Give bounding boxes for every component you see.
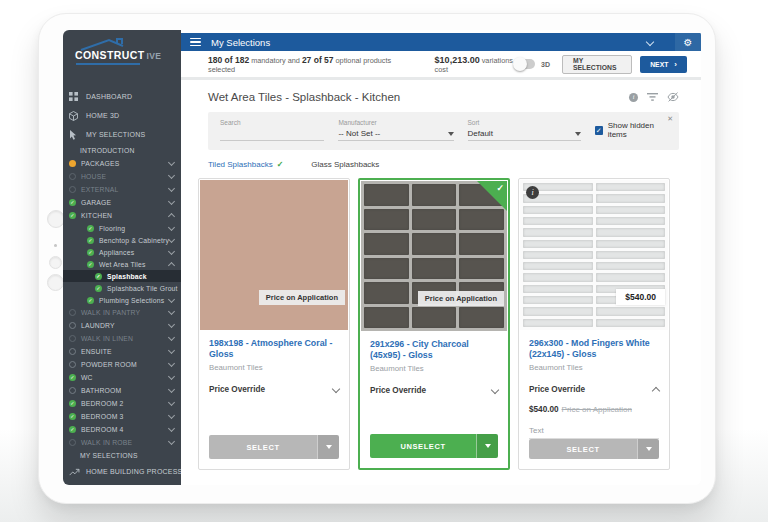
sidebar-item-appliances[interactable]: ✓Appliances: [63, 246, 181, 258]
sidebar-item-garage[interactable]: ✓GARAGE: [63, 196, 181, 209]
sidebar-item-wc[interactable]: ✓WC: [63, 371, 181, 384]
manufacturer-select[interactable]: -- Not Set --: [338, 129, 453, 141]
search-input[interactable]: [220, 129, 324, 141]
chevron-down-icon: [168, 386, 175, 393]
chevron-down-icon: [168, 223, 175, 230]
sidebar-item-bedroom-4[interactable]: ✓BEDROOM 4: [63, 423, 181, 436]
hide-eye-icon[interactable]: [667, 92, 679, 102]
product-image[interactable]: Price on Application: [200, 180, 348, 330]
button-dropdown-caret[interactable]: [317, 435, 339, 459]
show-hidden-checkbox[interactable]: ✓ Show hidden items: [595, 121, 667, 141]
chevron-down-icon: [332, 384, 340, 392]
select-button[interactable]: SELECT: [209, 435, 339, 459]
sidebar-item-external[interactable]: EXTERNAL: [63, 183, 181, 196]
tab-glass-splashbacks[interactable]: Glass Splashbacks: [311, 160, 379, 169]
unselect-button[interactable]: UNSELECT: [370, 434, 498, 458]
sidebar-item-walk-in-linen[interactable]: WALK IN LINEN: [63, 332, 181, 345]
chevron-down-icon[interactable]: [646, 38, 654, 46]
sidebar-item-ensuite[interactable]: ENSUITE: [63, 345, 181, 358]
status-complete-icon: ✓: [69, 400, 76, 407]
status-complete-icon: ✓: [69, 426, 76, 433]
status-complete-icon: ✓: [87, 297, 94, 304]
close-icon[interactable]: ✕: [667, 115, 673, 123]
chevron-down-icon: [168, 247, 175, 254]
sidebar-item-bathroom[interactable]: BATHROOM: [63, 384, 181, 397]
sidebar-item-label: MY SELECTIONS: [80, 452, 138, 459]
sidebar-item-powder-room[interactable]: POWDER ROOM: [63, 358, 181, 371]
sidebar-item-label: Splashback Tile Grout: [107, 285, 178, 292]
selection-counts: 180 of 182 mandatory and 27 of 57 option…: [208, 55, 393, 74]
sidebar-item-label: Splashback: [107, 273, 147, 280]
status-incomplete-icon: [69, 348, 76, 355]
sidebar-item-walk-in-pantry[interactable]: WALK IN PANTRY: [63, 306, 181, 319]
toggle-pill[interactable]: [516, 59, 535, 69]
sidebar-item-bedroom-2[interactable]: ✓BEDROOM 2: [63, 397, 181, 410]
content-panel: Wet Area Tiles - Splashback - Kitchen i …: [181, 80, 701, 485]
filter-icon[interactable]: [647, 93, 658, 101]
next-button[interactable]: NEXT›: [640, 56, 687, 73]
product-title[interactable]: 198x198 - Atmosphere Coral - Gloss: [209, 338, 339, 361]
status-incomplete-icon: [69, 361, 76, 368]
status-complete-icon: ✓: [69, 413, 76, 420]
status-incomplete-icon: [69, 309, 76, 316]
app-bar-title: My Selections: [211, 37, 270, 48]
3d-toggle[interactable]: 3D: [516, 59, 550, 69]
my-selections-button[interactable]: MY SELECTIONS: [562, 55, 632, 74]
sort-select[interactable]: Default: [468, 129, 581, 141]
status-complete-icon: ✓: [87, 261, 94, 268]
product-title[interactable]: 296x300 - Mod Fingers White (22x145) - G…: [529, 338, 659, 361]
sidebar-item-label: LAUNDRY: [81, 322, 115, 329]
sort-label: Sort: [468, 119, 581, 126]
sidebar-item-splashback[interactable]: ✓Splashback: [63, 270, 181, 282]
product-title[interactable]: 291x296 - City Charcoal (45x95) - Gloss: [370, 339, 498, 362]
sidebar-item-home-building-process[interactable]: HOME BUILDING PROCESS: [63, 462, 181, 481]
sidebar-item-my-selections[interactable]: MY SELECTIONS: [63, 125, 181, 144]
tab-tiled-splashbacks[interactable]: Tiled Splashbacks✓: [208, 160, 283, 169]
dropdown-caret-icon: [448, 132, 454, 136]
status-complete-icon: ✓: [87, 237, 94, 244]
sidebar-item-laundry[interactable]: LAUNDRY: [63, 319, 181, 332]
settings-gear-icon[interactable]: ⚙: [675, 33, 701, 51]
sidebar-item-kitchen[interactable]: ✓KITCHEN: [63, 209, 181, 222]
price-override-toggle[interactable]: Price Override: [529, 385, 659, 394]
sidebar-item-walk-in-robe[interactable]: WALK IN ROBE: [63, 436, 181, 449]
info-icon[interactable]: i: [629, 93, 638, 102]
sidebar-item-label: BEDROOM 4: [81, 426, 124, 433]
checkbox-checked-icon[interactable]: ✓: [595, 126, 603, 135]
toggle-label: 3D: [541, 61, 550, 68]
sidebar-item-splashback-tile-grout[interactable]: ✓Splashback Tile Grout: [63, 282, 181, 294]
info-icon[interactable]: i: [526, 186, 539, 199]
sidebar-item-house[interactable]: HOUSE: [63, 170, 181, 183]
price-override-value: $540.00Price on Application: [529, 405, 659, 414]
product-image[interactable]: i $540.00: [520, 180, 668, 330]
price-override-toggle[interactable]: Price Override: [209, 385, 339, 394]
status-incomplete-icon: [69, 335, 76, 342]
sidebar-item-my-selections[interactable]: MY SELECTIONS: [63, 449, 181, 462]
sidebar-item-label: BATHROOM: [81, 387, 121, 394]
chevron-down-icon: [168, 185, 175, 192]
app-logo[interactable]: CONSTRUCTIVE: [63, 30, 181, 82]
sidebar-item-packages[interactable]: PACKAGES: [63, 157, 181, 170]
button-dropdown-caret[interactable]: [476, 434, 498, 458]
sidebar-item-bedroom-3[interactable]: ✓BEDROOM 3: [63, 410, 181, 423]
select-button[interactable]: SELECT: [529, 439, 659, 459]
sidebar-item-introduction[interactable]: INTRODUCTION: [63, 144, 181, 157]
button-dropdown-caret[interactable]: [637, 439, 659, 459]
sidebar-item-benchtop-cabinetry[interactable]: ✓Benchtop & Cabinetry: [63, 234, 181, 246]
sidebar-item-plumbing-selections[interactable]: ✓Plumbing Selections: [63, 294, 181, 306]
menu-icon[interactable]: [190, 36, 201, 49]
price-override-toggle[interactable]: Price Override: [370, 386, 498, 395]
sidebar-item-flooring[interactable]: ✓Flooring: [63, 222, 181, 234]
price-badge: $540.00: [616, 289, 665, 305]
sidebar-item-home-3d[interactable]: HOME 3D: [63, 106, 181, 125]
logo-text: CONSTRUCTIVE: [75, 49, 181, 61]
chevron-down-icon: [168, 295, 175, 302]
product-card: i $540.00 296x300 - Mod Fingers White (2…: [518, 178, 670, 470]
sidebar-item-label: HOME 3D: [86, 112, 119, 119]
sidebar-item-dashboard[interactable]: DASHBOARD: [63, 87, 181, 106]
sidebar-item-wet-area-tiles[interactable]: ✓Wet Area Tiles: [63, 258, 181, 270]
product-image[interactable]: ✓ Price on Application: [361, 181, 507, 331]
override-text-input[interactable]: Text: [529, 426, 659, 439]
sidebar-item-label: INTRODUCTION: [80, 147, 135, 154]
status-complete-icon: ✓: [69, 374, 76, 381]
